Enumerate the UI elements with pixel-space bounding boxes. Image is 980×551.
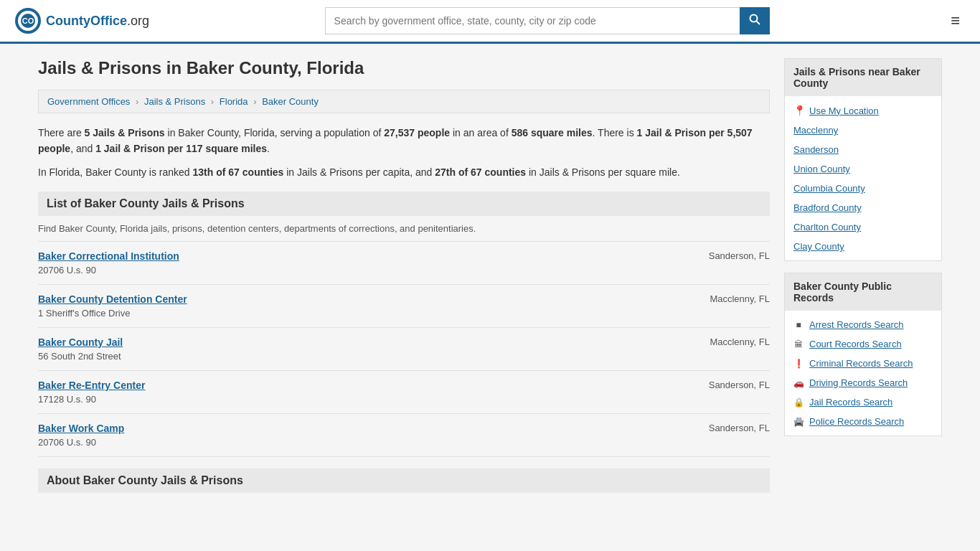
site-header: CO CountyOffice.org ≡ — [0, 0, 980, 44]
records-icon: ❗ — [793, 359, 804, 369]
facility-address: 20706 U.s. 90 — [38, 437, 96, 448]
facility-address: 17128 U.s. 90 — [38, 394, 96, 405]
svg-point-4 — [750, 15, 757, 22]
nearby-link[interactable]: Bradford County — [793, 202, 862, 213]
records-link[interactable]: Court Records Search — [809, 339, 902, 349]
records-item: 🔒 Jail Records Search — [785, 392, 941, 412]
table-row: Baker Work Camp 20706 U.s. 90 Sanderson,… — [38, 414, 770, 457]
facility-info: Baker Work Camp 20706 U.s. 90 — [38, 423, 626, 448]
facility-location: Sanderson, FL — [626, 423, 770, 433]
nearby-item: Charlton County — [785, 217, 941, 237]
facility-name[interactable]: Baker Re-Entry Center — [38, 380, 626, 391]
records-icon: 🏛 — [793, 339, 804, 349]
logo-icon: CO — [14, 7, 42, 34]
nearby-link[interactable]: Macclenny — [793, 125, 838, 136]
public-records-list: ■ Arrest Records Search 🏛 Court Records … — [785, 311, 941, 435]
records-item: ❗ Criminal Records Search — [785, 354, 941, 373]
nearby-item: Union County — [785, 159, 941, 179]
nearby-link[interactable]: Clay County — [793, 241, 844, 252]
logo-area: CO CountyOffice.org — [14, 7, 149, 34]
facility-info: Baker Re-Entry Center 17128 U.s. 90 — [38, 380, 626, 405]
facility-name[interactable]: Baker County Detention Center — [38, 293, 626, 305]
use-my-location[interactable]: 📍 Use My Location — [785, 100, 941, 121]
find-text: Find Baker County, Florida jails, prison… — [38, 223, 770, 234]
facility-name[interactable]: Baker Correctional Institution — [38, 250, 626, 262]
sidebar: Jails & Prisons near Baker County 📍 Use … — [784, 58, 942, 500]
nearby-item: Macclenny — [785, 121, 941, 140]
facility-info: Baker Correctional Institution 20706 U.s… — [38, 250, 626, 276]
breadcrumb-gov-offices[interactable]: Government Offices — [47, 96, 130, 107]
use-my-location-link[interactable]: Use My Location — [809, 105, 879, 116]
description-line2: In Florida, Baker County is ranked 13th … — [38, 164, 770, 180]
public-records-section: Baker County Public Records ■ Arrest Rec… — [784, 273, 942, 436]
records-item: 🏛 Court Records Search — [785, 334, 941, 354]
nearby-list: 📍 Use My Location MacclennySandersonUnio… — [785, 96, 941, 260]
facility-address: 20706 U.s. 90 — [38, 265, 96, 276]
nearby-item: Clay County — [785, 237, 941, 256]
facility-address: 1 Sheriff's Office Drive — [38, 308, 130, 319]
page-title: Jails & Prisons in Baker County, Florida — [38, 58, 770, 78]
facility-address: 56 South 2nd Street — [38, 351, 121, 362]
facility-location: Sanderson, FL — [626, 250, 770, 261]
records-icon: 🚗 — [793, 378, 804, 388]
records-link[interactable]: Driving Records Search — [809, 377, 908, 388]
nearby-section: Jails & Prisons near Baker County 📍 Use … — [784, 58, 942, 261]
records-link[interactable]: Jail Records Search — [809, 397, 892, 408]
records-item: ■ Arrest Records Search — [785, 315, 941, 334]
records-link[interactable]: Police Records Search — [809, 416, 904, 427]
public-records-header: Baker County Public Records — [785, 273, 941, 311]
facility-location: Macclenny, FL — [626, 293, 770, 304]
nearby-item: Bradford County — [785, 198, 941, 217]
records-item: 🚗 Driving Records Search — [785, 373, 941, 392]
table-row: Baker Re-Entry Center 17128 U.s. 90 Sand… — [38, 371, 770, 414]
table-row: Baker County Detention Center 1 Sheriff'… — [38, 285, 770, 328]
records-icon: 🚔 — [793, 417, 804, 427]
nearby-link[interactable]: Columbia County — [793, 183, 865, 194]
facility-name[interactable]: Baker County Jail — [38, 336, 626, 348]
records-icon: ■ — [793, 320, 804, 330]
facility-info: Baker County Jail 56 South 2nd Street — [38, 336, 626, 362]
nearby-link[interactable]: Sanderson — [793, 144, 839, 155]
breadcrumb-jails[interactable]: Jails & Prisons — [144, 96, 205, 107]
description-line1: There are 5 Jails & Prisons in Baker Cou… — [38, 125, 770, 157]
location-icon: 📍 — [793, 105, 804, 116]
nearby-header: Jails & Prisons near Baker County — [785, 59, 941, 96]
svg-text:CO: CO — [22, 17, 34, 25]
records-link[interactable]: Criminal Records Search — [809, 358, 913, 369]
search-button[interactable] — [740, 7, 770, 34]
nearby-link[interactable]: Charlton County — [793, 222, 861, 232]
records-link[interactable]: Arrest Records Search — [809, 319, 904, 330]
search-input[interactable] — [325, 7, 740, 34]
facility-name[interactable]: Baker Work Camp — [38, 423, 626, 434]
records-item: 🚔 Police Records Search — [785, 412, 941, 431]
about-section-header: About Baker County Jails & Prisons — [38, 468, 770, 493]
breadcrumb-baker-county[interactable]: Baker County — [262, 96, 319, 107]
nearby-item: Columbia County — [785, 179, 941, 198]
list-section-header: List of Baker County Jails & Prisons — [38, 192, 770, 216]
menu-button[interactable]: ≡ — [945, 11, 966, 30]
facility-location: Macclenny, FL — [626, 336, 770, 347]
search-area — [325, 7, 770, 34]
nearby-link[interactable]: Union County — [793, 164, 850, 174]
svg-line-5 — [756, 22, 760, 25]
facility-location: Sanderson, FL — [626, 380, 770, 390]
table-row: Baker Correctional Institution 20706 U.s… — [38, 242, 770, 285]
logo-text: CountyOffice.org — [46, 14, 149, 29]
facility-list: Baker Correctional Institution 20706 U.s… — [38, 241, 770, 457]
breadcrumb: Government Offices › Jails & Prisons › F… — [38, 90, 770, 113]
facility-info: Baker County Detention Center 1 Sheriff'… — [38, 293, 626, 319]
page-content: Jails & Prisons in Baker County, Florida… — [24, 44, 956, 514]
breadcrumb-florida[interactable]: Florida — [220, 96, 248, 107]
table-row: Baker County Jail 56 South 2nd Street Ma… — [38, 328, 770, 371]
records-icon: 🔒 — [793, 397, 804, 408]
main-column: Jails & Prisons in Baker County, Florida… — [38, 58, 770, 500]
nearby-item: Sanderson — [785, 140, 941, 159]
